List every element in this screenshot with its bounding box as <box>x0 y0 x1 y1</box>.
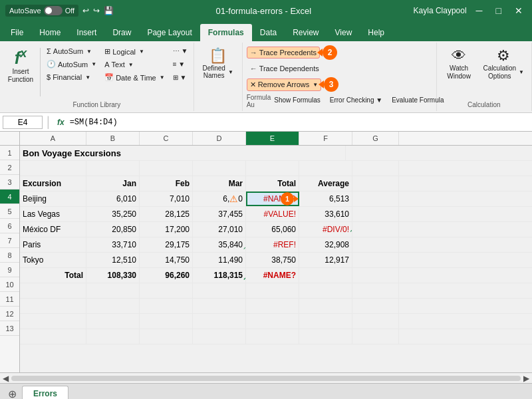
cell-a8[interactable]: Tokyo <box>20 253 86 267</box>
cell-g13[interactable] <box>352 329 399 344</box>
cell-a11[interactable] <box>20 299 86 313</box>
cell-e9[interactable]: #NAME? <box>246 268 299 283</box>
remove-arrows-button[interactable]: ✕ Remove Arrows ▼ <box>247 78 322 91</box>
cell-d4[interactable]: 6, ⚠ 0 <box>193 192 246 206</box>
cell-a1[interactable]: Bon Voyage Excursions <box>20 146 346 160</box>
cell-g11[interactable] <box>352 299 399 313</box>
trace-dependents-button[interactable]: ← Trace Dependents <box>247 63 323 74</box>
cell-b10[interactable] <box>86 283 140 298</box>
cell-d9[interactable]: 118,315 ↗ <box>193 268 246 283</box>
cell-c6[interactable]: 17,200 <box>140 222 193 237</box>
more3-button[interactable]: ⊞ ▼ <box>170 72 190 83</box>
cell-b5[interactable]: 35,250 <box>86 207 140 221</box>
tab-help[interactable]: Help <box>360 24 392 41</box>
cell-g4[interactable] <box>352 192 399 206</box>
cell-g8[interactable] <box>352 253 399 267</box>
maximize-button[interactable]: □ <box>492 4 505 17</box>
cell-d6[interactable]: 27,010 <box>193 222 246 237</box>
cell-e2[interactable] <box>246 161 299 176</box>
cell-b11[interactable] <box>86 299 140 313</box>
recently-used-dropdown[interactable]: ▼ <box>91 61 96 67</box>
fx-button[interactable]: fx <box>55 118 67 127</box>
cell-c11[interactable] <box>140 299 193 313</box>
tab-review[interactable]: Review <box>285 24 327 41</box>
autosave-toggle[interactable]: AutoSave Off <box>5 5 78 17</box>
tab-data[interactable]: Data <box>252 24 285 41</box>
tab-insert[interactable]: Insert <box>68 24 104 41</box>
cell-f8[interactable]: 12,917 <box>299 253 352 267</box>
cell-a3[interactable]: Excursion <box>20 176 86 191</box>
calc-options-button[interactable]: ⚙ CalculationOptions ▼ <box>480 45 527 82</box>
cell-f6[interactable]: #DIV/0! ↗ <box>299 222 352 237</box>
cell-f12[interactable] <box>299 314 352 329</box>
cell-e5[interactable]: #VALUE! <box>246 207 299 221</box>
remove-arrows-dropdown[interactable]: ▼ <box>313 82 318 88</box>
calc-dropdown[interactable]: ▼ <box>519 69 524 76</box>
cell-e6[interactable]: 65,060 <box>246 222 299 237</box>
cell-c9[interactable]: 96,260 <box>140 268 193 283</box>
cell-f2[interactable] <box>299 161 352 176</box>
cell-f10[interactable] <box>299 283 352 298</box>
cell-c10[interactable] <box>140 283 193 298</box>
show-formulas-button[interactable]: Show Formulas <box>271 92 323 108</box>
cell-e3[interactable]: Total <box>246 176 299 191</box>
cell-c8[interactable]: 14,750 <box>140 253 193 267</box>
tab-home[interactable]: Home <box>31 24 68 41</box>
autosum-button[interactable]: Σ AutoSum ▼ <box>43 45 100 57</box>
cell-c7[interactable]: 29,175 <box>140 237 193 252</box>
financial-button[interactable]: $ Financial ▼ <box>43 71 100 83</box>
row-header-4[interactable]: 4 <box>0 190 19 204</box>
redo-icon[interactable]: ↪ <box>93 6 100 15</box>
cell-e8[interactable]: 38,750 <box>246 253 299 267</box>
cell-e7[interactable]: #REF! <box>246 237 299 252</box>
scroll-left-btn[interactable]: ◀ <box>0 374 11 383</box>
tab-page-layout[interactable]: Page Layout <box>139 24 200 41</box>
cell-g10[interactable] <box>352 283 399 298</box>
cell-a4[interactable]: Beijing <box>20 192 86 206</box>
datetime-dropdown[interactable]: ▼ <box>160 74 165 80</box>
col-header-f[interactable]: F <box>299 132 352 145</box>
row-header-8[interactable]: 8 <box>0 248 19 263</box>
col-header-d[interactable]: D <box>193 132 246 145</box>
row-header-6[interactable]: 6 <box>0 219 19 233</box>
cell-c12[interactable] <box>140 314 193 329</box>
cell-d8[interactable]: 11,490 <box>193 253 246 267</box>
cell-d3[interactable]: Mar <box>193 176 246 191</box>
scroll-right-btn[interactable]: ▶ <box>521 374 532 383</box>
cell-c2[interactable] <box>140 161 193 176</box>
cell-g5[interactable] <box>352 207 399 221</box>
defined-names-button[interactable]: 📋 DefinedNames ▼ <box>198 45 238 81</box>
cell-a9[interactable]: Total <box>20 268 86 283</box>
undo-icon[interactable]: ↩ <box>82 6 89 15</box>
cell-d5[interactable]: 37,455 <box>193 207 246 221</box>
formula-input[interactable] <box>70 118 529 127</box>
cell-c13[interactable] <box>140 329 193 344</box>
cell-f3[interactable]: Average <box>299 176 352 191</box>
watch-window-button[interactable]: 👁 WatchWindow <box>441 45 477 82</box>
col-header-g[interactable]: G <box>352 132 399 145</box>
defined-names-dropdown[interactable]: ▼ <box>228 69 233 75</box>
logical-dropdown[interactable]: ▼ <box>139 49 144 55</box>
row-header-9[interactable]: 9 <box>0 263 19 277</box>
minimize-button[interactable]: ─ <box>472 4 487 17</box>
cell-c3[interactable]: Feb <box>140 176 193 191</box>
cell-b4[interactable]: 6,010 <box>86 192 140 206</box>
row-header-13[interactable]: 13 <box>0 321 19 336</box>
col-header-b[interactable]: B <box>86 132 140 145</box>
row-header-5[interactable]: 5 <box>0 204 19 219</box>
tab-draw[interactable]: Draw <box>104 24 139 41</box>
tab-view[interactable]: View <box>327 24 360 41</box>
cell-c5[interactable]: 28,125 <box>140 207 193 221</box>
h-scroll-track[interactable] <box>11 376 521 381</box>
cell-b7[interactable]: 33,710 <box>86 237 140 252</box>
cell-d7[interactable]: 35,840 ↗ <box>193 237 246 252</box>
logical-button[interactable]: ⊞ Logical ▼ <box>101 45 168 58</box>
cell-b6[interactable]: 20,850 <box>86 222 140 237</box>
cell-g6[interactable] <box>352 222 399 237</box>
cell-e10[interactable] <box>246 283 299 298</box>
row-header-3[interactable]: 3 <box>0 175 19 190</box>
cell-g9[interactable] <box>352 268 399 283</box>
cell-a6[interactable]: México DF <box>20 222 86 237</box>
text-dropdown[interactable]: ▼ <box>128 62 134 68</box>
recently-used-button[interactable]: 🕐 AutoSum ▼ <box>43 58 100 70</box>
